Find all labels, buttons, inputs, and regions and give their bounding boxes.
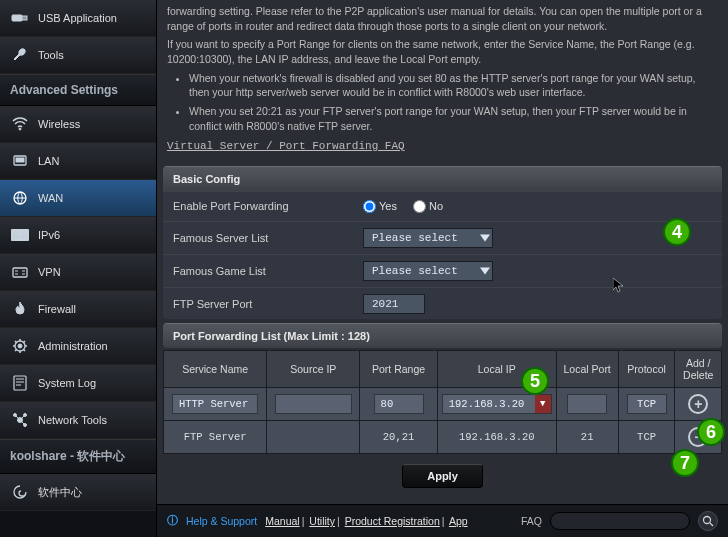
sidebar-item-label: LAN <box>38 155 59 167</box>
famous-server-label: Famous Server List <box>173 232 353 244</box>
main-content: forwarding setting. Please refer to the … <box>157 0 728 537</box>
app-link[interactable]: App <box>449 515 468 527</box>
intro-text: forwarding setting. Please refer to the … <box>157 0 728 162</box>
table-row: FTP Server 20,21 192.168.3.20 21 TCP − <box>164 421 722 454</box>
faq-label: FAQ <box>521 515 542 527</box>
local-ip-input[interactable] <box>443 395 535 413</box>
sidebar-item-tools[interactable]: Tools <box>0 37 156 74</box>
annotation-badge-5: 5 <box>521 367 549 395</box>
source-ip-input[interactable] <box>275 394 352 414</box>
famous-game-label: Famous Game List <box>173 265 353 277</box>
sidebar-section-koolshare: koolshare - 软件中心 <box>0 439 156 474</box>
local-port-input[interactable] <box>567 394 607 414</box>
famous-server-select[interactable]: Please select <box>363 228 493 248</box>
apply-button[interactable]: Apply <box>402 464 483 488</box>
sidebar-item-system-log[interactable]: System Log <box>0 365 156 402</box>
swirl-icon <box>10 483 30 501</box>
intro-note-2: When you set 20:21 as your FTP server's … <box>189 104 718 133</box>
sidebar-item-label: USB Application <box>38 12 117 24</box>
sidebar-item-wan[interactable]: WAN <box>0 180 156 217</box>
lan-icon <box>10 152 30 170</box>
sidebar-item-administration[interactable]: Administration <box>0 328 156 365</box>
sidebar-section-advanced: Advanced Settings <box>0 74 156 106</box>
faq-search-input[interactable] <box>550 512 690 530</box>
svg-rect-1 <box>22 16 27 20</box>
enable-pf-yes-option[interactable]: Yes <box>363 200 397 214</box>
sidebar-item-label: Wireless <box>38 118 80 130</box>
col-action: Add / Delete <box>675 351 722 388</box>
table-row: ▼ + <box>164 388 722 421</box>
cell-source <box>267 421 360 454</box>
utility-link[interactable]: Utility <box>309 515 335 527</box>
cell-service: FTP Server <box>164 421 267 454</box>
sidebar-item-label: 软件中心 <box>38 485 82 500</box>
col-protocol: Protocol <box>618 351 675 388</box>
annotation-badge-4: 4 <box>663 218 691 246</box>
pf-table: Service Name Source IP Port Range Local … <box>163 350 722 454</box>
port-range-input[interactable] <box>374 394 424 414</box>
sidebar-item-vpn[interactable]: VPN <box>0 254 156 291</box>
sidebar-item-network-tools[interactable]: Network Tools <box>0 402 156 439</box>
sidebar-item-label: Network Tools <box>38 414 107 426</box>
sidebar-item-software-center[interactable]: 软件中心 <box>0 474 156 511</box>
local-ip-select[interactable]: ▼ <box>442 394 552 414</box>
annotation-badge-7: 7 <box>671 449 699 477</box>
sidebar-item-label: VPN <box>38 266 61 278</box>
sidebar-item-label: System Log <box>38 377 96 389</box>
mouse-cursor-icon <box>613 278 625 294</box>
svg-rect-8 <box>13 268 27 277</box>
cell-portrange: 20,21 <box>360 421 438 454</box>
svg-rect-11 <box>14 376 26 390</box>
sidebar-item-label: Firewall <box>38 303 76 315</box>
svg-point-10 <box>18 344 22 348</box>
sidebar-item-ipv6[interactable]: IPv6 IPv6 <box>0 217 156 254</box>
ftp-port-label: FTP Server Port <box>173 298 353 310</box>
search-button[interactable] <box>698 511 718 531</box>
ftp-port-input[interactable] <box>363 294 425 314</box>
sidebar-item-lan[interactable]: LAN <box>0 143 156 180</box>
sidebar-item-wireless[interactable]: Wireless <box>0 106 156 143</box>
pf-list-panel: Port Forwarding List (Max Limit : 128) <box>163 323 722 348</box>
cell-protocol: TCP <box>618 421 675 454</box>
enable-pf-no-radio[interactable] <box>413 200 426 213</box>
sidebar-item-firewall[interactable]: Firewall <box>0 291 156 328</box>
nettools-icon <box>10 411 30 429</box>
intro-p1: forwarding setting. Please refer to the … <box>167 4 718 33</box>
svg-rect-0 <box>12 15 22 21</box>
basic-config-panel: Basic Config Enable Port Forwarding Yes … <box>163 166 722 319</box>
sidebar-item-usb-application[interactable]: USB Application <box>0 0 156 37</box>
col-portrange: Port Range <box>360 351 438 388</box>
chevron-down-icon[interactable]: ▼ <box>535 395 551 413</box>
sidebar: USB Application Tools Advanced Settings … <box>0 0 157 537</box>
famous-game-select[interactable]: Please select <box>363 261 493 281</box>
svg-rect-4 <box>16 158 24 162</box>
col-localport: Local Port <box>556 351 618 388</box>
sidebar-item-label: IPv6 <box>38 229 60 241</box>
registration-link[interactable]: Product Registration <box>345 515 440 527</box>
protocol-select[interactable] <box>627 394 667 414</box>
intro-note-1: When your network's firewall is disabled… <box>189 71 718 100</box>
fire-icon <box>10 300 30 318</box>
usb-icon <box>10 9 30 27</box>
col-service: Service Name <box>164 351 267 388</box>
basic-config-header: Basic Config <box>163 166 722 191</box>
enable-pf-label: Enable Port Forwarding <box>173 200 353 212</box>
log-icon <box>10 374 30 392</box>
vserver-faq-link[interactable]: Virtual Server / Port Forwarding FAQ <box>167 140 405 152</box>
intro-p2: If you want to specify a Port Range for … <box>167 37 718 66</box>
svg-point-2 <box>19 128 21 130</box>
sidebar-item-label: WAN <box>38 192 63 204</box>
wrench-icon <box>10 46 30 64</box>
service-name-input[interactable] <box>172 394 259 414</box>
manual-link[interactable]: Manual <box>265 515 299 527</box>
enable-pf-no-option[interactable]: No <box>413 200 443 214</box>
wifi-icon <box>10 115 30 133</box>
help-support-link[interactable]: Help & Support <box>186 515 257 527</box>
gear-icon <box>10 337 30 355</box>
add-row-button[interactable]: + <box>688 394 708 414</box>
enable-pf-yes-radio[interactable] <box>363 200 376 213</box>
globe-icon <box>10 189 30 207</box>
cell-localip: 192.168.3.20 <box>437 421 556 454</box>
vpn-icon <box>10 263 30 281</box>
svg-text:IPv6: IPv6 <box>13 232 28 239</box>
